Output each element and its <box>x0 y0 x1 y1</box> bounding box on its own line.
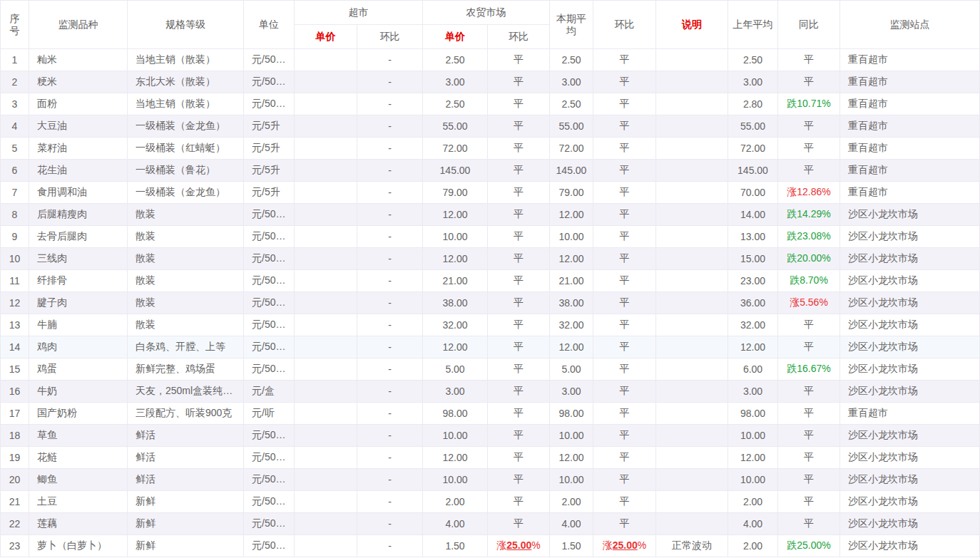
cell-item: 萝卜（白萝卜） <box>29 535 128 557</box>
cell-unit: 元/500克 <box>244 93 295 115</box>
cell-note: 正常波动 <box>656 535 728 557</box>
cell-item: 鸡肉 <box>29 336 128 358</box>
table-row[interactable]: 12腱子肉散装元/500克-38.00平38.00平36.00涨5.56%沙区小… <box>1 292 980 314</box>
cell-super-hb: - <box>357 292 423 314</box>
table-row[interactable]: 23萝卜（白萝卜）新鲜元/500克-1.50涨25.00%1.50涨25.00%… <box>1 535 980 557</box>
col-header-market-price: 单价 <box>423 25 488 49</box>
table-row[interactable]: 11纤排骨散装元/500克-21.00平21.00平23.00跌8.70%沙区小… <box>1 270 980 292</box>
cell-site: 沙区小龙坎市场 <box>840 226 980 248</box>
table-row[interactable]: 1籼米当地主销（散装）元/500克-2.50平2.50平2.50平重百超市 <box>1 49 980 71</box>
table-row[interactable]: 19花鲢鲜活元/500克-12.00平12.00平12.00平沙区小龙坎市场 <box>1 447 980 469</box>
cell-spec: 散装 <box>128 270 244 292</box>
table-row[interactable]: 8后腿精瘦肉散装元/500克-12.00平12.00平14.00跌14.29%沙… <box>1 204 980 226</box>
cell-item: 莲藕 <box>29 513 128 535</box>
table-row[interactable]: 2粳米东北大米（散装）元/500克-3.00平3.00平3.00平重百超市 <box>1 71 980 93</box>
cell-hb: 平 <box>593 182 656 204</box>
cell-item: 食用调和油 <box>29 182 128 204</box>
table-row[interactable]: 22莲藕新鲜元/500克-4.00平4.00平4.00平沙区小龙坎市场 <box>1 513 980 535</box>
cell-note <box>656 314 728 336</box>
cell-market-price: 55.00 <box>423 115 488 138</box>
cell-market-hb: 平 <box>488 160 550 182</box>
cell-note <box>656 403 728 425</box>
cell-spec: 一级桶装（金龙鱼） <box>128 115 244 138</box>
table-row[interactable]: 3面粉当地主销（散装）元/500克-2.50平2.50平2.80跌10.71%重… <box>1 93 980 115</box>
cell-super-price <box>295 535 357 557</box>
cell-market-hb: 平 <box>488 49 550 71</box>
cell-market-hb: 平 <box>488 425 550 447</box>
cell-market-price: 38.00 <box>423 292 488 314</box>
cell-market-price: 3.00 <box>423 381 488 403</box>
cell-hb: 平 <box>593 93 656 115</box>
cell-spec: 白条鸡、开膛、上等 <box>128 336 244 358</box>
cell-tb: 平 <box>778 160 840 182</box>
cell-super-price <box>295 314 357 336</box>
table-row[interactable]: 10三线肉散装元/500克-12.00平12.00平15.00跌20.00%沙区… <box>1 248 980 270</box>
cell-no: 5 <box>1 138 29 160</box>
table-row[interactable]: 21土豆新鲜元/500克-2.00平2.00平2.00平沙区小龙坎市场 <box>1 491 980 513</box>
cell-super-price <box>295 469 357 491</box>
cell-avg: 2.00 <box>550 491 593 513</box>
cell-avg: 98.00 <box>550 403 593 425</box>
cell-market-price: 98.00 <box>423 403 488 425</box>
cell-market-price: 12.00 <box>423 447 488 469</box>
cell-item: 菜籽油 <box>29 138 128 160</box>
cell-super-hb: - <box>357 138 423 160</box>
cell-last-avg: 14.00 <box>728 204 778 226</box>
cell-super-hb: - <box>357 71 423 93</box>
col-header-item: 监测品种 <box>29 1 128 49</box>
cell-no: 21 <box>1 491 29 513</box>
cell-last-avg: 4.00 <box>728 513 778 535</box>
cell-spec: 散装 <box>128 292 244 314</box>
cell-market-price: 5.00 <box>423 358 488 381</box>
table-row[interactable]: 16牛奶天友，250ml盒装纯牛...元/盒-3.00平3.00平3.00平沙区… <box>1 381 980 403</box>
cell-spec: 一级桶装（金龙鱼） <box>128 182 244 204</box>
cell-super-price <box>295 93 357 115</box>
cell-spec: 鲜活 <box>128 447 244 469</box>
cell-super-hb: - <box>357 49 423 71</box>
cell-hb: 平 <box>593 358 656 381</box>
cell-avg: 10.00 <box>550 425 593 447</box>
cell-super-hb: - <box>357 226 423 248</box>
cell-hb: 平 <box>593 314 656 336</box>
cell-unit: 元/500克 <box>244 292 295 314</box>
table-row[interactable]: 20鲫鱼鲜活元/500克-10.00平10.00平10.00平沙区小龙坎市场 <box>1 469 980 491</box>
table-row[interactable]: 5菜籽油一级桶装（红蜻蜓）元/5升-72.00平72.00平72.00平重百超市 <box>1 138 980 160</box>
cell-hb: 平 <box>593 160 656 182</box>
cell-super-price <box>295 270 357 292</box>
table-row[interactable]: 7食用调和油一级桶装（金龙鱼）元/5升-79.00平79.00平70.00涨12… <box>1 182 980 204</box>
cell-no: 16 <box>1 381 29 403</box>
table-body: 1籼米当地主销（散装）元/500克-2.50平2.50平2.50平重百超市2粳米… <box>1 49 980 557</box>
table-row[interactable]: 17国产奶粉三段配方、听装900克元/听-98.00平98.00平98.00平重… <box>1 403 980 425</box>
cell-last-avg: 145.00 <box>728 160 778 182</box>
cell-unit: 元/500克 <box>244 447 295 469</box>
cell-no: 13 <box>1 314 29 336</box>
table-row[interactable]: 18草鱼鲜活元/500克-10.00平10.00平10.00平沙区小龙坎市场 <box>1 425 980 447</box>
cell-tb: 平 <box>778 381 840 403</box>
cell-market-price: 2.50 <box>423 49 488 71</box>
cell-item: 草鱼 <box>29 425 128 447</box>
table-row[interactable]: 4大豆油一级桶装（金龙鱼）元/5升-55.00平55.00平55.00平重百超市 <box>1 115 980 138</box>
emphasized-change-value: 25.00 <box>506 539 531 551</box>
table-row[interactable]: 6花生油一级桶装（鲁花）元/5升-145.00平145.00平145.00平重百… <box>1 160 980 182</box>
cell-avg: 12.00 <box>550 336 593 358</box>
cell-site: 重百超市 <box>840 71 980 93</box>
cell-item: 去骨后腿肉 <box>29 226 128 248</box>
table-row[interactable]: 9去骨后腿肉散装元/500克-10.00平10.00平13.00跌23.08%沙… <box>1 226 980 248</box>
cell-super-hb: - <box>357 336 423 358</box>
cell-spec: 新鲜 <box>128 513 244 535</box>
cell-last-avg: 36.00 <box>728 292 778 314</box>
cell-no: 20 <box>1 469 29 491</box>
cell-tb: 平 <box>778 425 840 447</box>
cell-item: 籼米 <box>29 49 128 71</box>
col-header-farmers-market-group: 农贸市场 <box>423 1 550 25</box>
cell-avg: 2.50 <box>550 93 593 115</box>
table-row[interactable]: 13牛腩散装元/500克-32.00平32.00平32.00平沙区小龙坎市场 <box>1 314 980 336</box>
cell-market-hb: 平 <box>488 358 550 381</box>
table-row[interactable]: 14鸡肉白条鸡、开膛、上等元/500克-12.00平12.00平12.00平沙区… <box>1 336 980 358</box>
cell-last-avg: 13.00 <box>728 226 778 248</box>
col-header-no: 序号 <box>1 1 29 49</box>
cell-market-hb: 平 <box>488 270 550 292</box>
table-row[interactable]: 15鸡蛋新鲜完整、鸡场蛋元/500克-5.00平5.00平6.00跌16.67%… <box>1 358 980 381</box>
cell-site: 沙区小龙坎市场 <box>840 535 980 557</box>
cell-unit: 元/500克 <box>244 71 295 93</box>
